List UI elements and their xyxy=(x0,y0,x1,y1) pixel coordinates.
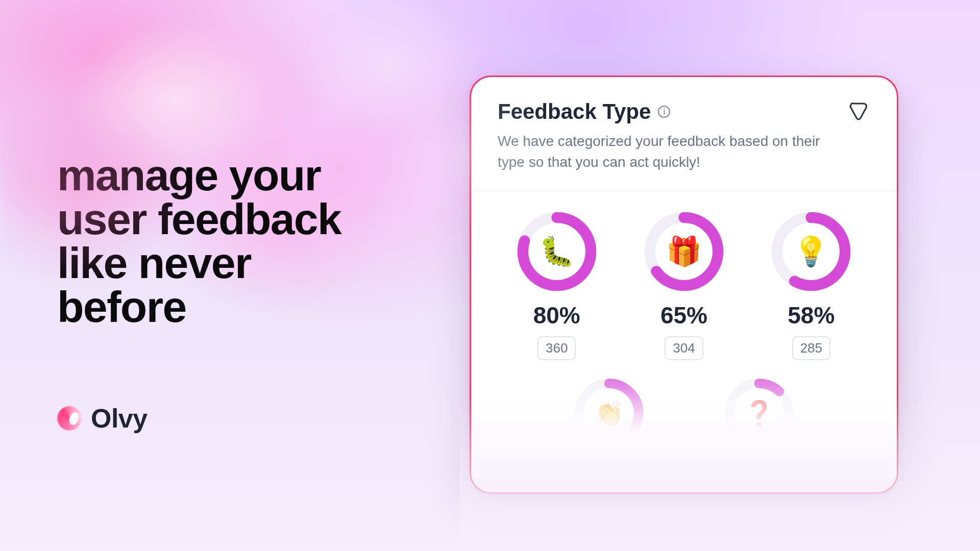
card-header: Feedback Type i We have categorized your… xyxy=(498,99,870,172)
hero-headline: manage your user feedback like never bef… xyxy=(57,153,384,329)
metric-count: 304 xyxy=(665,336,703,360)
metric-feature[interactable]: 🎁 65% 304 xyxy=(625,211,743,360)
bug-icon: 🐛 xyxy=(516,211,598,292)
feedback-type-card: Feedback Type i We have categorized your… xyxy=(470,76,898,494)
brand-name: Olvy xyxy=(91,403,148,434)
collapse-toggle[interactable] xyxy=(847,99,870,125)
clap-icon: 👏 xyxy=(573,378,645,449)
metric-count: 360 xyxy=(537,336,576,360)
metric-praise[interactable]: 👏 xyxy=(538,378,679,449)
card-subtitle: We have categorized your feedback based … xyxy=(498,131,824,172)
question-icon: ❓ xyxy=(723,378,795,449)
chevron-down-icon xyxy=(847,99,870,123)
marketing-stage: manage your user feedback like never bef… xyxy=(0,0,980,551)
metric-bug[interactable]: 🐛 80% 360 xyxy=(498,211,616,360)
metric-percent: 80% xyxy=(533,302,580,329)
metric-percent: 65% xyxy=(660,302,707,329)
metric-count: 285 xyxy=(792,336,830,360)
brand-logo-icon xyxy=(57,406,82,431)
brand-row: Olvy xyxy=(57,403,148,434)
card-title: Feedback Type xyxy=(498,99,651,124)
metric-percent: 58% xyxy=(788,302,835,329)
metrics-row-2: 👏 ❓ xyxy=(498,378,870,449)
metric-question[interactable]: ❓ xyxy=(689,378,829,449)
card-divider xyxy=(471,191,897,191)
metric-idea[interactable]: 💡 58% 285 xyxy=(752,211,870,360)
gift-icon: 🎁 xyxy=(643,211,725,292)
lightbulb-icon: 💡 xyxy=(770,211,852,292)
info-icon[interactable]: i xyxy=(658,106,670,118)
metrics-row-1: 🐛 80% 360 🎁 65% 304 xyxy=(498,211,870,360)
